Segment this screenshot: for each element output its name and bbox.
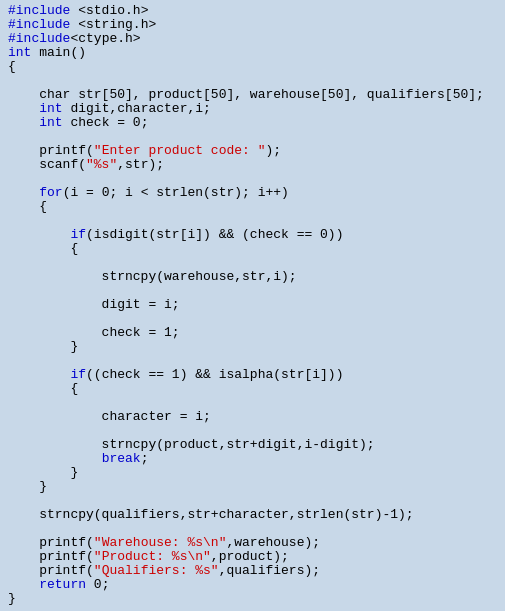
code-line: { [0, 60, 505, 74]
code-line: for(i = 0; i < strlen(str); i++) [0, 186, 505, 200]
code-line [0, 354, 505, 368]
code-line: } [0, 592, 505, 606]
code-token: ,str); [117, 157, 164, 172]
code-token: break [102, 451, 141, 466]
code-token [8, 115, 39, 130]
code-token: ((check == 1) && isalpha(str[i])) [86, 367, 343, 382]
code-token: } [8, 591, 16, 606]
code-line: printf("Warehouse: %s\n",warehouse); [0, 536, 505, 550]
code-token: digit = i; [8, 297, 180, 312]
code-line: #include <string.h> [0, 18, 505, 32]
code-token: (i = 0; i < strlen(str); i++) [63, 185, 289, 200]
code-token: #include [8, 17, 78, 32]
code-line: } [0, 340, 505, 354]
code-token: <stdio.h> [78, 3, 148, 18]
code-line: digit = i; [0, 298, 505, 312]
code-token: (isdigit(str[i]) && (check == 0)) [86, 227, 343, 242]
code-line: #include<ctype.h> [0, 32, 505, 46]
code-token: scanf( [8, 157, 86, 172]
code-line: character = i; [0, 410, 505, 424]
code-token [8, 101, 39, 116]
code-token: if [70, 367, 86, 382]
code-token: main() [31, 45, 86, 60]
code-token: "Qualifiers: %s" [94, 563, 219, 578]
code-line [0, 396, 505, 410]
code-token: check = 1; [8, 325, 180, 340]
code-token [8, 451, 102, 466]
code-line [0, 284, 505, 298]
code-line: int digit,character,i; [0, 102, 505, 116]
code-token: 0; [86, 577, 109, 592]
code-line: strncpy(product,str+digit,i-digit); [0, 438, 505, 452]
code-line [0, 256, 505, 270]
code-line: { [0, 200, 505, 214]
code-token: character = i; [8, 409, 211, 424]
code-line: strncpy(qualifiers,str+character,strlen(… [0, 508, 505, 522]
code-token: <ctype.h> [70, 31, 140, 46]
code-line: { [0, 242, 505, 256]
code-editor: #include <stdio.h>#include <string.h>#in… [0, 0, 505, 611]
code-token: "Product: %s\n" [94, 549, 211, 564]
code-token: { [8, 381, 78, 396]
code-line: printf("Enter product code: "); [0, 144, 505, 158]
code-token: { [8, 199, 47, 214]
code-line: if((check == 1) && isalpha(str[i])) [0, 368, 505, 382]
code-token: ); [265, 143, 281, 158]
code-token: digit,character,i; [63, 101, 211, 116]
code-token: { [8, 59, 16, 74]
code-token: int [39, 115, 62, 130]
code-line [0, 494, 505, 508]
code-token: ,product); [211, 549, 289, 564]
code-token: } [8, 479, 47, 494]
code-line: printf("Product: %s\n",product); [0, 550, 505, 564]
code-token: } [8, 339, 78, 354]
code-token: ; [141, 451, 149, 466]
code-token: return [39, 577, 86, 592]
code-line: } [0, 466, 505, 480]
code-line: char str[50], product[50], warehouse[50]… [0, 88, 505, 102]
code-token: printf( [8, 549, 94, 564]
code-token [8, 577, 39, 592]
code-line [0, 74, 505, 88]
code-token: int [39, 101, 62, 116]
code-token: if [70, 227, 86, 242]
code-line: return 0; [0, 578, 505, 592]
code-line: { [0, 382, 505, 396]
code-token: char str[50], product[50], warehouse[50]… [8, 87, 484, 102]
code-line: break; [0, 452, 505, 466]
code-line [0, 172, 505, 186]
code-line [0, 130, 505, 144]
code-token: "Warehouse: %s\n" [94, 535, 227, 550]
code-token: printf( [8, 143, 94, 158]
code-token: #include [8, 3, 78, 18]
code-token: for [39, 185, 62, 200]
code-token: check = 0; [63, 115, 149, 130]
code-line: scanf("%s",str); [0, 158, 505, 172]
code-token [8, 227, 70, 242]
code-token: ,warehouse); [226, 535, 320, 550]
code-token: { [8, 241, 78, 256]
code-line: } [0, 480, 505, 494]
code-line [0, 522, 505, 536]
code-line: int check = 0; [0, 116, 505, 130]
code-token [8, 185, 39, 200]
code-token: ,qualifiers); [219, 563, 320, 578]
code-line: #include <stdio.h> [0, 4, 505, 18]
code-token: <string.h> [78, 17, 156, 32]
code-line: check = 1; [0, 326, 505, 340]
code-token [8, 367, 70, 382]
code-token: "%s" [86, 157, 117, 172]
code-token: strncpy(qualifiers,str+character,strlen(… [8, 507, 414, 522]
code-line [0, 424, 505, 438]
code-token: printf( [8, 563, 94, 578]
code-token: strncpy(warehouse,str,i); [8, 269, 297, 284]
code-line: strncpy(warehouse,str,i); [0, 270, 505, 284]
code-line: printf("Qualifiers: %s",qualifiers); [0, 564, 505, 578]
code-token: printf( [8, 535, 94, 550]
code-token: int [8, 45, 31, 60]
code-token: "Enter product code: " [94, 143, 266, 158]
code-line: if(isdigit(str[i]) && (check == 0)) [0, 228, 505, 242]
code-line: int main() [0, 46, 505, 60]
code-token: } [8, 465, 78, 480]
code-line [0, 214, 505, 228]
